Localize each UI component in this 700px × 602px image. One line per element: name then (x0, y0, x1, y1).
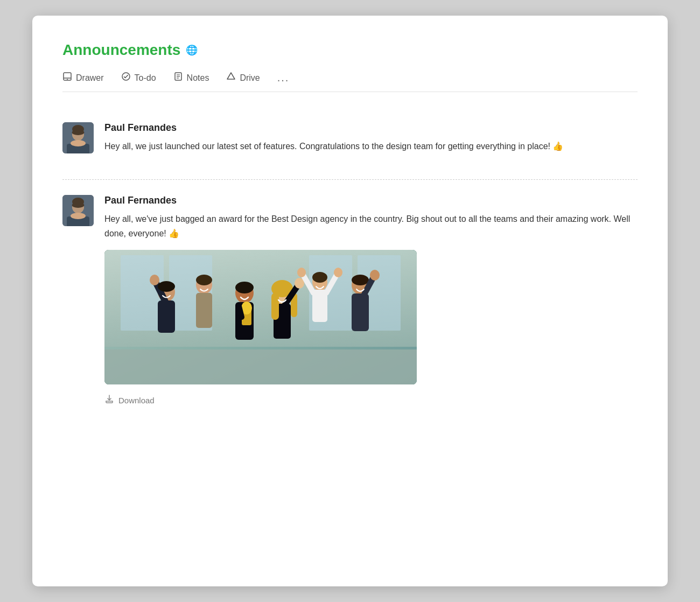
svg-point-33 (150, 275, 159, 285)
post-2-body: Paul Fernandes Hey all, we've just bagge… (104, 195, 638, 406)
download-button[interactable]: Download (104, 394, 155, 407)
todo-icon (121, 72, 131, 84)
globe-icon: 🌐 (186, 44, 198, 56)
svg-point-62 (370, 270, 380, 281)
notes-icon (173, 72, 183, 84)
post-2: Paul Fernandes Hey all, we've just bagge… (62, 179, 638, 423)
drive-icon (226, 72, 236, 84)
post-2-text: Hey all, we've just bagged an award for … (104, 212, 638, 241)
nav-more-button[interactable]: ... (277, 72, 290, 84)
svg-point-34 (158, 281, 175, 292)
post-2-image-wrap (104, 250, 638, 384)
post-1: Paul Fernandes Hey all, we just launched… (62, 107, 638, 179)
svg-point-57 (334, 268, 342, 277)
svg-point-43 (235, 282, 254, 293)
svg-point-37 (196, 275, 212, 285)
posts-container: Paul Fernandes Hey all, we just launched… (62, 107, 638, 424)
avatar-post-2 (62, 195, 94, 226)
page-title: Announcements (62, 41, 180, 59)
drawer-label: Drawer (76, 73, 104, 83)
svg-point-15 (72, 130, 85, 135)
svg-marker-8 (227, 73, 235, 79)
notes-label: Notes (187, 73, 209, 83)
post-1-body: Paul Fernandes Hey all, we just launched… (104, 122, 638, 162)
svg-rect-59 (352, 293, 369, 331)
nav-notes[interactable]: Notes (173, 72, 209, 84)
svg-point-2 (67, 79, 68, 80)
nav-todo[interactable]: To-do (121, 72, 156, 84)
svg-rect-29 (104, 349, 417, 384)
download-icon (104, 394, 114, 407)
post-2-author: Paul Fernandes (104, 195, 638, 206)
svg-line-42 (239, 306, 242, 317)
svg-point-56 (297, 268, 306, 277)
nav-drawer[interactable]: Drawer (62, 72, 104, 84)
svg-point-22 (72, 202, 85, 208)
svg-rect-25 (121, 255, 164, 331)
svg-rect-36 (196, 293, 212, 328)
drive-label: Drive (240, 73, 260, 83)
drawer-icon (62, 72, 72, 84)
post-1-author: Paul Fernandes (104, 122, 638, 134)
post-2-image (104, 250, 417, 384)
svg-point-20 (71, 213, 86, 219)
download-label: Download (118, 396, 155, 405)
svg-rect-47 (271, 293, 279, 320)
svg-point-13 (71, 140, 86, 146)
todo-label: To-do (135, 73, 156, 83)
post-1-text: Hey all, we just launched our latest set… (104, 139, 638, 153)
nav-bar: Drawer To-do Notes (62, 65, 638, 92)
svg-point-53 (312, 272, 327, 283)
svg-point-60 (352, 275, 369, 285)
avatar-post-1 (62, 122, 94, 153)
nav-drive[interactable]: Drive (226, 72, 260, 84)
main-window: Announcements 🌐 Drawer To-do (32, 16, 668, 586)
header: Announcements 🌐 (62, 41, 638, 59)
